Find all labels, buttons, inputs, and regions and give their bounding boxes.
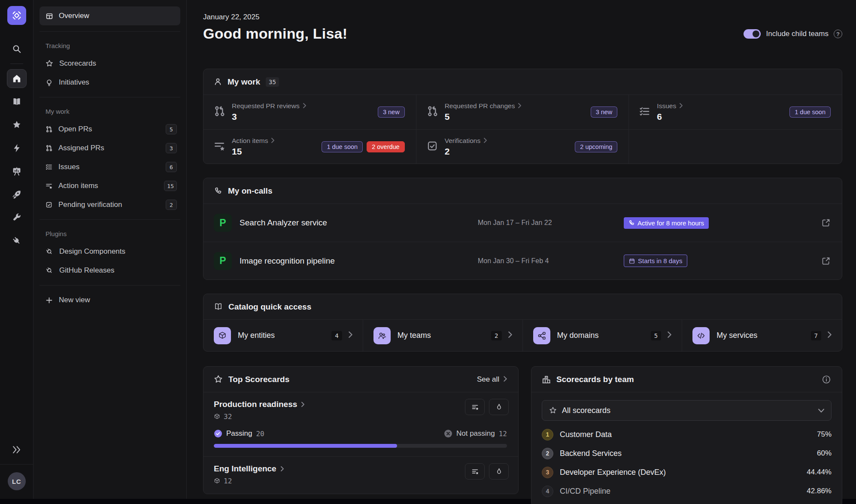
card-title: My work bbox=[228, 77, 260, 87]
streak-flame-icon[interactable] bbox=[489, 399, 509, 415]
total-count-badge: 35 bbox=[266, 77, 279, 87]
help-icon[interactable]: ? bbox=[834, 30, 842, 38]
sidebar: Overview Tracking Scorecards Initiatives… bbox=[33, 0, 187, 499]
plus-icon bbox=[46, 297, 53, 304]
catalog-tile-my-teams[interactable]: My teams 2 bbox=[363, 320, 523, 351]
sidebar-item-overview[interactable]: Overview bbox=[39, 6, 180, 25]
scorecard-rules-icon[interactable] bbox=[465, 463, 485, 480]
catalog-tile-my-services[interactable]: My services 7 bbox=[682, 320, 842, 351]
home-icon[interactable] bbox=[7, 69, 27, 88]
include-child-teams-toggle[interactable] bbox=[744, 29, 761, 39]
pull-request-icon bbox=[46, 126, 52, 133]
sidebar-item-initiatives[interactable]: Initiatives bbox=[39, 74, 180, 91]
initiatives-rocket-icon[interactable] bbox=[7, 185, 27, 204]
dropdown-value: All scorecards bbox=[562, 406, 610, 415]
external-link-icon[interactable] bbox=[821, 218, 831, 228]
oncall-row[interactable]: P Image recognition pipeline Mon Jan 30 … bbox=[203, 242, 842, 279]
team-score: 44.44% bbox=[807, 468, 832, 477]
count-badge: 5 bbox=[651, 331, 661, 340]
see-all-button[interactable]: See all bbox=[477, 375, 507, 384]
chevron-right-icon bbox=[349, 331, 352, 340]
include-child-teams-control: Include child teams ? bbox=[744, 29, 842, 39]
page-header: January 22, 2025 Good morning, Lisa! Inc… bbox=[187, 0, 856, 42]
pull-request-icon bbox=[427, 106, 438, 118]
tile-requested-pr-reviews[interactable]: Requested PR reviews 3 3 new bbox=[203, 95, 416, 129]
sidebar-item-label: Initiatives bbox=[59, 78, 89, 87]
count-badge: 6 bbox=[166, 162, 177, 172]
entity-count: 12 bbox=[224, 477, 232, 485]
tools-wrench-icon[interactable] bbox=[7, 208, 27, 227]
status-badge: 1 due soon bbox=[789, 106, 831, 118]
sidebar-item-open-prs[interactable]: Open PRs 5 bbox=[39, 121, 180, 138]
streak-flame-icon[interactable] bbox=[489, 463, 509, 480]
cube-icon bbox=[214, 327, 231, 344]
sidebar-item-pending-verification[interactable]: Pending verification 2 bbox=[39, 196, 180, 213]
oncall-date-range: Mon Jan 17 – Fri Jan 22 bbox=[478, 219, 624, 227]
card-title: My on-calls bbox=[228, 186, 272, 196]
team-row[interactable]: 2 Backend Services 60% bbox=[542, 444, 832, 463]
scorecard-row-production-readiness[interactable]: Production readiness 32 Pass bbox=[203, 392, 518, 456]
scorecard-rules-icon[interactable] bbox=[465, 399, 485, 415]
info-icon[interactable] bbox=[822, 375, 831, 384]
status-badge: 2 upcoming bbox=[575, 141, 617, 152]
person-icon bbox=[214, 78, 222, 86]
my-work-card: My work 35 Requested PR reviews 3 3 new bbox=[203, 69, 842, 164]
passing-progress-fill bbox=[214, 444, 397, 448]
top-scorecards-card: Top Scorecards See all Production readin… bbox=[203, 366, 519, 494]
plugins-plug-icon[interactable] bbox=[7, 231, 27, 250]
star-icon bbox=[214, 375, 223, 384]
tile-issues[interactable]: Issues 6 1 due soon bbox=[629, 95, 842, 129]
scorecards-star-icon[interactable] bbox=[7, 115, 27, 134]
sidebar-item-issues[interactable]: Issues 6 bbox=[39, 158, 180, 176]
new-view-button[interactable]: New view bbox=[39, 291, 180, 309]
catalog-book-icon[interactable] bbox=[7, 92, 27, 111]
card-title: Scorecards by team bbox=[556, 375, 634, 384]
team-row[interactable]: 4 CI/CD Pipeline 42.86% bbox=[542, 482, 832, 501]
scorecard-row-eng-intelligence[interactable]: Eng Intelligence 12 bbox=[203, 456, 518, 494]
count-badge: 2 bbox=[491, 331, 501, 340]
pull-request-icon bbox=[214, 106, 225, 118]
action-items-icon bbox=[214, 140, 225, 153]
search-icon[interactable] bbox=[7, 39, 27, 58]
scorecard-filter-dropdown[interactable]: All scorecards bbox=[542, 400, 832, 421]
card-title: Top Scorecards bbox=[228, 375, 289, 384]
reports-presentation-icon[interactable] bbox=[7, 162, 27, 181]
tile-verifications[interactable]: Verifications 2 2 upcoming bbox=[416, 129, 629, 164]
cube-icon bbox=[214, 413, 220, 420]
icon-rail: LC bbox=[0, 0, 33, 499]
star-icon bbox=[549, 407, 557, 414]
cortex-logo[interactable] bbox=[7, 6, 26, 25]
rank-badge: 4 bbox=[542, 486, 553, 497]
team-name: Developer Experience (DevEx) bbox=[560, 468, 666, 477]
external-link-icon[interactable] bbox=[821, 256, 831, 266]
team-row[interactable]: 1 Customer Data 75% bbox=[542, 425, 832, 444]
avatar[interactable]: LC bbox=[8, 472, 26, 490]
sidebar-item-assigned-prs[interactable]: Assigned PRs 3 bbox=[39, 140, 180, 157]
actions-bolt-icon[interactable] bbox=[7, 139, 27, 158]
verification-check-icon bbox=[427, 140, 438, 153]
team-row[interactable]: 3 Developer Experience (DevEx) 44.44% bbox=[542, 463, 832, 482]
tile-label: Verifications bbox=[445, 137, 481, 145]
rail-footer: LC bbox=[0, 464, 33, 499]
oncall-row[interactable]: P Search Analyzer service Mon Jan 17 – F… bbox=[203, 204, 842, 242]
sidebar-item-action-items[interactable]: Action items 15 bbox=[39, 177, 180, 194]
tile-empty bbox=[629, 129, 842, 164]
my-oncalls-card: My on-calls P Search Analyzer service Mo… bbox=[203, 178, 842, 280]
status-badge: 3 new bbox=[591, 106, 618, 118]
catalog-tile-my-entities[interactable]: My entities 4 bbox=[203, 320, 363, 351]
section-title-tracking: Tracking bbox=[46, 42, 180, 49]
catalog-tile-my-domains[interactable]: My domains 5 bbox=[523, 320, 683, 351]
sidebar-item-github-releases[interactable]: GitHub Releases bbox=[39, 262, 180, 279]
page-title: Good morning, Lisa! bbox=[203, 25, 347, 42]
chevron-down-icon bbox=[818, 407, 824, 414]
expand-sidebar-icon[interactable] bbox=[7, 440, 27, 459]
sidebar-item-design-components[interactable]: Design Components bbox=[39, 243, 180, 260]
sidebar-item-label: Assigned PRs bbox=[58, 144, 104, 152]
team-icon bbox=[373, 327, 391, 344]
passing-count: 20 bbox=[256, 430, 264, 438]
sidebar-item-scorecards[interactable]: Scorecards bbox=[39, 55, 180, 72]
tile-requested-pr-changes[interactable]: Requested PR changes 5 3 new bbox=[416, 95, 629, 129]
card-title: Catalog quick access bbox=[228, 302, 311, 312]
tile-action-items[interactable]: Action items 15 1 due soon 2 overdue bbox=[203, 129, 416, 164]
app-window: LC Overview Tracking Scorecards Initiati… bbox=[0, 0, 856, 499]
